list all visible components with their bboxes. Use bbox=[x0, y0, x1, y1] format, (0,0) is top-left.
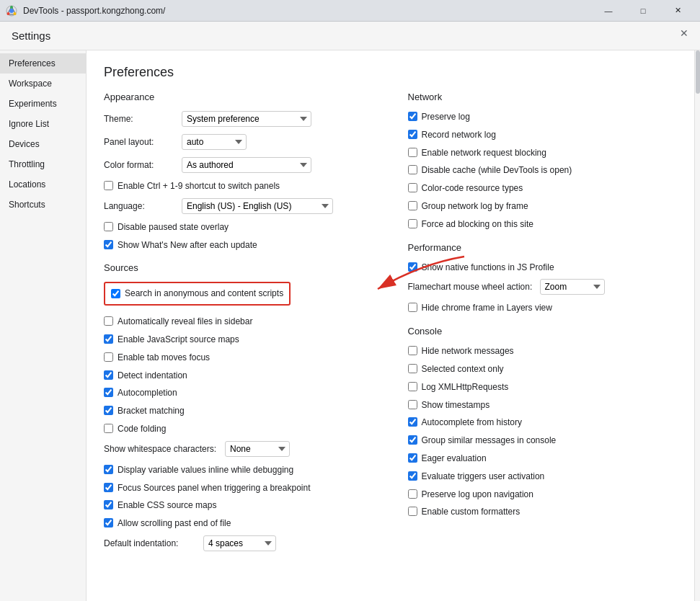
eager-evaluation-label[interactable]: Eager evaluation bbox=[422, 453, 487, 465]
preserve-log-label[interactable]: Preserve log bbox=[422, 111, 470, 123]
sidebar-item-ignore-list[interactable]: Ignore List bbox=[0, 114, 86, 134]
show-whats-new-label[interactable]: Show What's New after each update bbox=[118, 239, 257, 251]
color-format-select[interactable]: As authored HEX RGB HSL bbox=[182, 157, 311, 173]
code-folding-label[interactable]: Code folding bbox=[118, 423, 166, 435]
selected-context-checkbox[interactable] bbox=[408, 364, 417, 373]
disable-cache-label[interactable]: Disable cache (while DevTools is open) bbox=[422, 164, 572, 177]
group-similar-label[interactable]: Group similar messages in console bbox=[422, 435, 557, 447]
close-settings-icon[interactable]: ✕ bbox=[680, 27, 688, 39]
hide-chrome-frame-checkbox[interactable] bbox=[408, 303, 417, 312]
color-code-checkbox[interactable] bbox=[408, 183, 417, 192]
code-folding-checkbox[interactable] bbox=[104, 424, 113, 433]
detect-indentation-checkbox[interactable] bbox=[104, 370, 113, 380]
group-network-checkbox[interactable] bbox=[408, 201, 417, 210]
scrollbar-thumb[interactable] bbox=[696, 50, 700, 94]
enable-tab-focus-checkbox[interactable] bbox=[104, 352, 113, 362]
group-network-label[interactable]: Group network log by frame bbox=[422, 200, 528, 213]
disable-paused-checkbox[interactable] bbox=[104, 222, 113, 231]
sidebar-item-devices[interactable]: Devices bbox=[0, 134, 86, 154]
color-code-label[interactable]: Color-code resource types bbox=[422, 182, 523, 195]
force-ad-blocking-checkbox[interactable] bbox=[408, 219, 417, 228]
autocompletion-checkbox[interactable] bbox=[104, 388, 113, 397]
show-timestamps-checkbox[interactable] bbox=[408, 400, 417, 409]
panel-layout-select[interactable]: auto horizontal vertical bbox=[182, 134, 247, 150]
enable-blocking-label[interactable]: Enable network request blocking bbox=[422, 147, 546, 159]
auto-reveal-checkbox[interactable] bbox=[104, 316, 113, 326]
enable-custom-formatters-checkbox[interactable] bbox=[408, 507, 417, 516]
flamechart-select[interactable]: Zoom Scroll bbox=[540, 279, 605, 295]
sidebar-item-locations[interactable]: Locations bbox=[0, 174, 86, 195]
enable-css-maps-label[interactable]: Enable CSS source maps bbox=[118, 499, 216, 512]
autocomplete-history-row: Autocomplete from history bbox=[408, 417, 678, 429]
preserve-log-nav-label[interactable]: Preserve log upon navigation bbox=[422, 489, 533, 501]
bracket-matching-label[interactable]: Bracket matching bbox=[118, 405, 185, 417]
record-network-checkbox[interactable] bbox=[408, 130, 417, 139]
enable-js-maps-label[interactable]: Enable JavaScript source maps bbox=[118, 334, 239, 346]
show-native-label[interactable]: Show native functions in JS Profile bbox=[422, 262, 554, 274]
svg-point-2 bbox=[7, 12, 10, 15]
bracket-matching-checkbox[interactable] bbox=[104, 406, 113, 415]
record-network-label[interactable]: Record network log bbox=[422, 129, 496, 141]
enable-css-maps-checkbox[interactable] bbox=[104, 500, 113, 509]
sidebar-item-shortcuts[interactable]: Shortcuts bbox=[0, 195, 86, 215]
show-native-checkbox[interactable] bbox=[408, 262, 417, 272]
theme-row: Theme: System preference Light Dark bbox=[104, 111, 373, 127]
sidebar-item-label: Experiments bbox=[9, 99, 57, 109]
eager-evaluation-checkbox[interactable] bbox=[408, 453, 417, 463]
sidebar-item-experiments[interactable]: Experiments bbox=[0, 94, 86, 114]
display-variable-checkbox[interactable] bbox=[104, 465, 113, 474]
hide-network-label[interactable]: Hide network messages bbox=[422, 345, 514, 357]
allow-scrolling-checkbox[interactable] bbox=[104, 518, 113, 527]
log-xmlhttp-label[interactable]: Log XMLHttpRequests bbox=[422, 381, 509, 393]
evaluate-triggers-label[interactable]: Evaluate triggers user activation bbox=[422, 471, 545, 483]
language-select[interactable]: English (US) - English (US) bbox=[182, 198, 333, 214]
show-timestamps-label[interactable]: Show timestamps bbox=[422, 399, 490, 411]
minimize-button[interactable]: — bbox=[592, 0, 625, 22]
enable-custom-formatters-label[interactable]: Enable custom formatters bbox=[422, 506, 520, 518]
close-button[interactable]: ✕ bbox=[661, 0, 694, 22]
maximize-button[interactable]: □ bbox=[626, 0, 660, 22]
allow-scrolling-label[interactable]: Allow scrolling past end of file bbox=[118, 517, 231, 530]
log-xmlhttp-checkbox[interactable] bbox=[408, 382, 417, 391]
autocompletion-row: Autocompletion bbox=[104, 387, 373, 399]
sidebar-item-label: Ignore List bbox=[9, 119, 49, 129]
disable-paused-label[interactable]: Disable paused state overlay bbox=[118, 221, 229, 233]
disable-cache-checkbox[interactable] bbox=[408, 165, 417, 174]
focus-sources-checkbox[interactable] bbox=[104, 483, 113, 492]
hide-chrome-frame-label[interactable]: Hide chrome frame in Layers view bbox=[422, 302, 552, 314]
autocompletion-label[interactable]: Autocompletion bbox=[118, 387, 177, 399]
enable-js-maps-checkbox[interactable] bbox=[104, 334, 113, 344]
settings-header: Settings ✕ bbox=[0, 22, 700, 50]
sidebar-item-throttling[interactable]: Throttling bbox=[0, 154, 86, 174]
sidebar-item-workspace[interactable]: Workspace bbox=[0, 74, 86, 94]
enable-blocking-checkbox[interactable] bbox=[408, 148, 417, 157]
sidebar-item-preferences[interactable]: Preferences bbox=[0, 53, 86, 74]
selected-context-label[interactable]: Selected context only bbox=[422, 363, 504, 375]
ctrl-shortcut-label[interactable]: Enable Ctrl + 1-9 shortcut to switch pan… bbox=[118, 180, 280, 192]
hide-network-checkbox[interactable] bbox=[408, 346, 417, 355]
focus-sources-row: Focus Sources panel when triggering a br… bbox=[104, 482, 373, 494]
enable-tab-focus-label[interactable]: Enable tab moves focus bbox=[118, 352, 210, 364]
enable-js-maps-row: Enable JavaScript source maps bbox=[104, 334, 373, 346]
evaluate-triggers-checkbox[interactable] bbox=[408, 471, 417, 481]
focus-sources-label[interactable]: Focus Sources panel when triggering a br… bbox=[118, 482, 311, 494]
theme-select[interactable]: System preference Light Dark bbox=[182, 111, 311, 127]
preserve-log-checkbox[interactable] bbox=[408, 112, 417, 121]
display-variable-label[interactable]: Display variable values inline while deb… bbox=[118, 464, 293, 476]
search-anonymous-label[interactable]: Search in anonymous and content scripts bbox=[125, 288, 283, 300]
ctrl-shortcut-checkbox[interactable] bbox=[104, 181, 113, 190]
show-whats-new-checkbox[interactable] bbox=[104, 240, 113, 249]
group-similar-checkbox[interactable] bbox=[408, 435, 417, 445]
two-col-layout: Appearance Theme: System preference Ligh… bbox=[104, 92, 677, 558]
force-ad-blocking-label[interactable]: Force ad blocking on this site bbox=[422, 218, 533, 231]
show-native-row: Show native functions in JS Profile bbox=[408, 262, 678, 274]
detect-indentation-label[interactable]: Detect indentation bbox=[118, 370, 187, 382]
preserve-log-nav-checkbox[interactable] bbox=[408, 489, 417, 499]
scrollbar-track[interactable] bbox=[694, 50, 700, 601]
search-anonymous-checkbox[interactable] bbox=[111, 289, 120, 298]
whitespace-select[interactable]: None Trailing All bbox=[225, 441, 290, 457]
autocomplete-history-checkbox[interactable] bbox=[408, 417, 417, 427]
auto-reveal-label[interactable]: Automatically reveal files in sidebar bbox=[118, 316, 252, 328]
autocomplete-history-label[interactable]: Autocomplete from history bbox=[422, 417, 522, 429]
default-indentation-select[interactable]: 4 spaces 2 spaces 8 spaces Tab character bbox=[203, 535, 276, 551]
